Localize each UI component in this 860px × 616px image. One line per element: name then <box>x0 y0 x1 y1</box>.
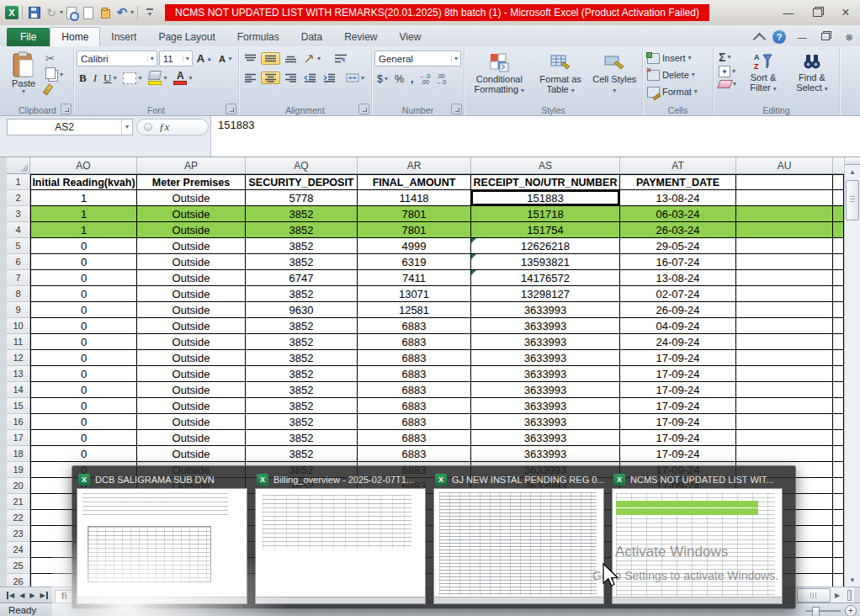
cell-AU5[interactable] <box>736 238 833 254</box>
cell-AO4[interactable]: 1 <box>30 222 137 238</box>
tab-data[interactable]: Data <box>290 28 333 46</box>
cell-AS4[interactable]: 151754 <box>471 222 620 238</box>
cell-AT11[interactable]: 24-09-24 <box>620 334 736 350</box>
cell-AR9[interactable]: 12581 <box>358 302 471 318</box>
cell-AQ13[interactable]: 3852 <box>246 366 358 382</box>
cell-AU14[interactable] <box>736 382 833 398</box>
cell-AU8[interactable] <box>736 286 833 302</box>
cell-styles-button[interactable]: Cell Styles ▾ <box>590 50 640 104</box>
cell-AR6[interactable]: 6319 <box>358 254 471 270</box>
cell-AU18[interactable] <box>736 446 833 462</box>
cell-AS13[interactable]: 3633993 <box>471 366 620 382</box>
cell-AS2[interactable]: 151883 <box>471 190 620 206</box>
cell-AS7[interactable]: 14176572 <box>471 270 620 286</box>
cell-AO10[interactable]: 0 <box>30 318 137 334</box>
cell-partial-19[interactable] <box>833 462 844 478</box>
cell-AS3[interactable]: 151718 <box>471 206 620 222</box>
tab-formulas[interactable]: Formulas <box>226 28 290 46</box>
redo-button[interactable]: ↻ <box>43 4 60 21</box>
cell-AQ6[interactable]: 3852 <box>246 254 358 270</box>
row-header-22[interactable]: 22 <box>7 510 30 526</box>
row-header-25[interactable]: 25 <box>7 558 30 574</box>
cell-AP3[interactable]: Outside <box>137 206 246 222</box>
formula-input[interactable]: 151883 <box>210 116 860 157</box>
cell-AP7[interactable]: Outside <box>137 270 246 286</box>
cell-AT12[interactable]: 17-09-24 <box>620 350 736 366</box>
cell-AS14[interactable]: 3633993 <box>471 382 620 398</box>
cell-AR12[interactable]: 6883 <box>358 350 471 366</box>
cell-AQ7[interactable]: 6747 <box>246 270 358 286</box>
conditional-formatting-button[interactable]: Conditional Formatting ▾ <box>467 50 532 104</box>
row-header-18[interactable]: 18 <box>7 446 30 462</box>
cell-AT7[interactable]: 13-08-24 <box>620 270 736 286</box>
format-cells-button[interactable]: Format ▾ <box>645 83 710 100</box>
close-button[interactable]: × <box>831 3 860 22</box>
cell-AU1[interactable] <box>736 174 833 190</box>
next-sheet-button[interactable]: ▶ <box>29 592 35 599</box>
cell-AP12[interactable]: Outside <box>137 350 246 366</box>
tab-file[interactable]: File <box>7 28 50 46</box>
cell-partial-26[interactable] <box>833 574 844 587</box>
cell-AR18[interactable]: 6883 <box>358 446 471 462</box>
row-header-8[interactable]: 8 <box>7 286 30 302</box>
cell-AO15[interactable]: 0 <box>30 398 137 414</box>
cell-AP13[interactable]: Outside <box>137 366 246 382</box>
cell-AS1[interactable]: RECEIPT_NO/UTR_NUMBER <box>471 174 620 190</box>
font-name-combo[interactable]: Calibri▾ <box>77 50 157 66</box>
cell-partial-18[interactable] <box>833 446 844 462</box>
cell-AU12[interactable] <box>736 350 833 366</box>
name-box[interactable]: AS2 ▾ <box>7 119 133 135</box>
scroll-down-button[interactable]: ▼ <box>845 573 860 587</box>
undo-button[interactable]: ↶ <box>114 4 130 21</box>
cell-AO11[interactable]: 0 <box>30 334 137 350</box>
preview-card-3[interactable]: X GJ NEW INSTAL PENDING REG 0... <box>433 470 604 604</box>
paste-button[interactable]: Paste ▾ <box>4 50 43 96</box>
cell-AO14[interactable]: 0 <box>30 382 137 398</box>
row-header-15[interactable]: 15 <box>7 398 30 414</box>
cell-AS12[interactable]: 3633993 <box>471 350 620 366</box>
cell-partial-21[interactable] <box>833 494 844 510</box>
bold-button[interactable]: B <box>77 71 89 86</box>
row-header-21[interactable]: 21 <box>7 494 30 510</box>
align-top-button[interactable] <box>242 53 259 64</box>
horizontal-scrollbar[interactable]: ▶ <box>796 587 844 603</box>
cell-AT8[interactable]: 02-07-24 <box>620 286 736 302</box>
tab-insert[interactable]: Insert <box>100 28 147 46</box>
previous-sheet-button[interactable]: ◀ <box>19 592 24 599</box>
cell-AR3[interactable]: 7801 <box>358 206 471 222</box>
insert-cells-button[interactable]: Insert ▾ <box>645 50 710 66</box>
cell-partial-2[interactable] <box>833 190 844 206</box>
row-header-5[interactable]: 5 <box>7 238 30 254</box>
preview-card-1[interactable]: X DCB SALIGRAMA SUB DVN <box>77 470 247 604</box>
insert-function-button[interactable]: ƒx <box>136 119 209 135</box>
horizontal-scroll-thumb[interactable] <box>797 588 831 603</box>
align-right-button[interactable] <box>282 72 300 83</box>
column-header-AS[interactable]: AS <box>471 157 620 174</box>
cell-partial-3[interactable] <box>833 206 844 222</box>
grow-font-button[interactable]: A▲ <box>194 51 215 66</box>
cell-AR7[interactable]: 7411 <box>358 270 471 286</box>
row-header-6[interactable]: 6 <box>7 254 30 270</box>
cell-AQ9[interactable]: 9630 <box>246 302 358 318</box>
last-sheet-button[interactable]: ▶ <box>40 592 47 599</box>
cell-AU9[interactable] <box>736 302 833 318</box>
cell-AP10[interactable]: Outside <box>137 318 246 334</box>
cell-AS6[interactable]: 13593821 <box>471 254 620 270</box>
zoom-slider-thumb[interactable] <box>812 607 820 616</box>
cell-AO7[interactable]: 0 <box>30 270 137 286</box>
align-middle-button[interactable] <box>261 52 280 65</box>
cell-AQ14[interactable]: 3852 <box>246 382 358 398</box>
tab-review[interactable]: Review <box>333 28 388 46</box>
cell-AP14[interactable]: Outside <box>137 382 246 398</box>
quick-access-overflow-button[interactable]: ▾ <box>141 4 158 21</box>
cell-AU6[interactable] <box>736 254 833 270</box>
tab-page-layout[interactable]: Page Layout <box>147 28 226 46</box>
cell-AP18[interactable]: Outside <box>137 446 246 462</box>
cell-AT3[interactable]: 06-03-24 <box>620 206 736 222</box>
cell-partial-11[interactable] <box>833 334 844 350</box>
autosum-button[interactable]: Σ▾ <box>716 50 739 64</box>
cell-partial-1[interactable] <box>833 174 844 190</box>
cell-partial-17[interactable] <box>833 430 844 446</box>
copy-button[interactable]: ▾ <box>43 66 66 82</box>
cell-partial-15[interactable] <box>833 398 844 414</box>
